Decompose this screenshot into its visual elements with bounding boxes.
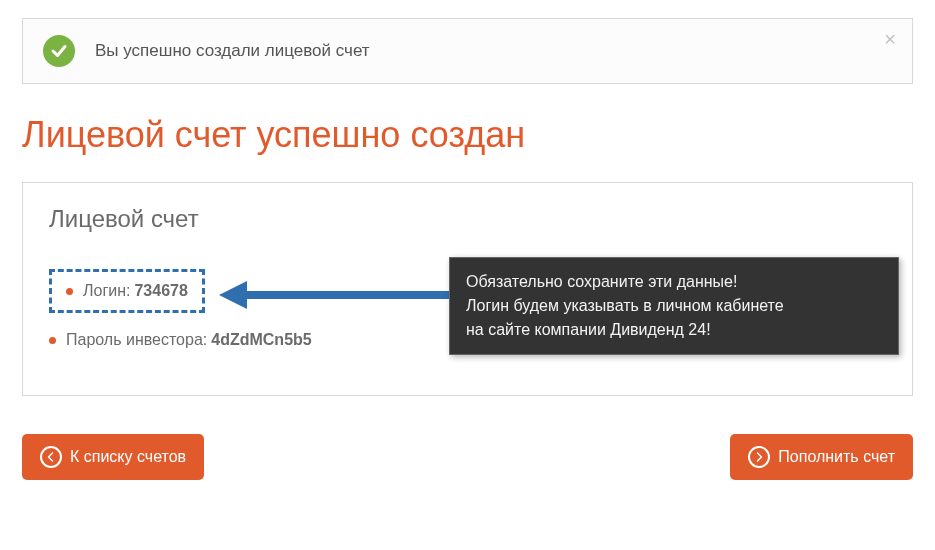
login-value: 734678 [134,282,187,300]
checkmark-icon [43,35,75,67]
fields-area: Логин: 734678 Пароль инвестора: 4dZdMCn5… [49,269,886,349]
panel-title: Лицевой счет [49,205,886,233]
login-highlight: Логин: 734678 [49,269,205,313]
arrow-right-icon [748,446,770,468]
back-button-label: К списку счетов [70,448,186,466]
save-data-tooltip: Обязательно сохраните эти данные! Логин … [449,257,899,355]
bullet-icon [49,337,56,344]
fund-account-button[interactable]: Пополнить счет [730,434,913,480]
tooltip-line: на сайте компании Дивиденд 24! [466,318,882,342]
account-panel: Лицевой счет Логин: 734678 Пароль инвест… [22,182,913,396]
page-title: Лицевой счет успешно создан [22,114,913,156]
password-value: 4dZdMCn5b5 [211,331,311,349]
alert-message: Вы успешно создали лицевой счет [95,41,370,61]
arrow-left-icon [40,446,62,468]
fund-button-label: Пополнить счет [778,448,895,466]
tooltip-line: Логин будем указывать в личном кабинете [466,294,882,318]
close-icon[interactable]: × [884,29,896,49]
password-label: Пароль инвестора: [66,331,207,349]
back-to-list-button[interactable]: К списку счетов [22,434,204,480]
login-label: Логин: [83,282,130,300]
tooltip-line: Обязательно сохраните эти данные! [466,270,882,294]
button-row: К списку счетов Пополнить счет [22,434,913,480]
success-alert: Вы успешно создали лицевой счет × [22,18,913,84]
bullet-icon [66,288,73,295]
